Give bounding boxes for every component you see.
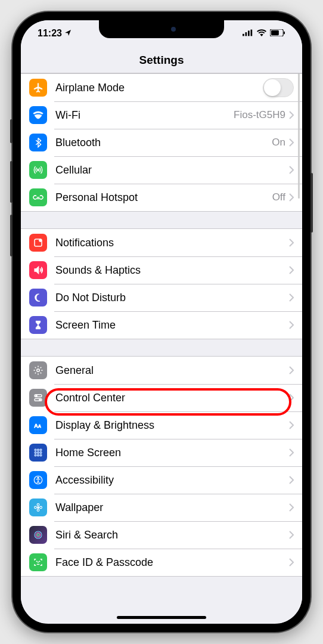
chevron-right-icon xyxy=(289,193,294,202)
row-display-brightness[interactable]: AA Display & Brightness xyxy=(21,411,302,439)
svg-point-26 xyxy=(38,477,39,479)
side-button xyxy=(10,119,13,143)
row-sounds-haptics[interactable]: Sounds & Haptics xyxy=(21,256,302,284)
chevron-right-icon xyxy=(289,503,294,512)
chevron-right-icon xyxy=(289,558,294,566)
svg-text:A: A xyxy=(34,423,38,429)
nav-header: Settings xyxy=(21,47,302,73)
svg-point-28 xyxy=(37,504,39,506)
row-airplane-mode[interactable]: Airplane Mode xyxy=(21,74,302,101)
chevron-right-icon xyxy=(289,321,294,329)
svg-point-34 xyxy=(37,534,39,536)
row-label: Accessibility xyxy=(55,474,289,487)
cellular-icon xyxy=(29,161,47,179)
bluetooth-icon xyxy=(29,134,47,151)
location-icon xyxy=(64,28,72,39)
svg-point-13 xyxy=(39,399,41,401)
row-wifi[interactable]: Wi-Fi Fios-tG5H9 xyxy=(21,101,302,129)
device-frame: 11:23 Settings xyxy=(13,12,310,632)
svg-rect-19 xyxy=(35,452,36,454)
battery-icon xyxy=(270,28,285,39)
sounds-icon xyxy=(29,261,47,279)
row-label: Notifications xyxy=(55,237,289,249)
row-accessibility[interactable]: Accessibility xyxy=(21,466,302,494)
row-home-screen[interactable]: Home Screen xyxy=(21,439,302,466)
svg-rect-24 xyxy=(40,454,42,456)
svg-point-30 xyxy=(35,506,37,509)
hotspot-icon xyxy=(29,188,47,206)
row-bluetooth[interactable]: Bluetooth On xyxy=(21,129,302,156)
settings-group-device: General Control Center AA Display & Brig… xyxy=(21,356,302,577)
chevron-right-icon xyxy=(289,531,294,539)
chevron-right-icon xyxy=(289,366,294,374)
home-indicator[interactable] xyxy=(117,616,206,619)
svg-rect-2 xyxy=(248,30,250,36)
clock: 11:23 xyxy=(38,28,62,39)
svg-rect-6 xyxy=(284,32,285,35)
settings-group-notifications: Notifications Sounds & Haptics Do Not Di… xyxy=(21,228,302,339)
row-general[interactable]: General xyxy=(21,357,302,384)
svg-point-29 xyxy=(37,509,39,512)
chevron-right-icon xyxy=(289,476,294,484)
row-notifications[interactable]: Notifications xyxy=(21,229,302,256)
svg-rect-5 xyxy=(271,30,279,35)
svg-point-11 xyxy=(36,395,38,397)
row-label: Face ID & Passcode xyxy=(55,556,289,569)
svg-rect-20 xyxy=(38,452,39,454)
row-siri-search[interactable]: Siri & Search xyxy=(21,521,302,549)
row-label: Cellular xyxy=(55,164,289,177)
svg-rect-1 xyxy=(246,32,247,36)
chevron-right-icon xyxy=(289,448,294,457)
wifi-icon xyxy=(257,28,266,39)
svg-rect-18 xyxy=(40,449,42,451)
row-control-center[interactable]: Control Center xyxy=(21,384,302,411)
svg-point-35 xyxy=(36,561,38,562)
svg-rect-3 xyxy=(251,30,253,36)
svg-rect-0 xyxy=(243,34,244,36)
row-label: Wi-Fi xyxy=(55,109,234,122)
row-label: Wallpaper xyxy=(55,501,289,514)
airplane-mode-toggle[interactable] xyxy=(263,78,294,97)
page-title: Settings xyxy=(21,54,302,67)
svg-point-8 xyxy=(39,239,42,242)
chevron-right-icon xyxy=(289,111,294,119)
wifi-icon xyxy=(29,106,47,124)
row-cellular[interactable]: Cellular xyxy=(21,156,302,184)
accessibility-icon xyxy=(29,471,47,489)
row-do-not-disturb[interactable]: Do Not Disturb xyxy=(21,284,302,311)
front-camera xyxy=(171,27,176,32)
row-label: Display & Brightness xyxy=(55,419,289,432)
svg-rect-17 xyxy=(38,449,39,451)
row-label: General xyxy=(55,364,289,377)
row-personal-hotspot[interactable]: Personal Hotspot Off xyxy=(21,184,302,211)
text-size-icon: AA xyxy=(29,416,47,434)
volume-down-button xyxy=(10,215,13,256)
svg-rect-23 xyxy=(38,454,39,456)
row-label: Bluetooth xyxy=(55,137,272,149)
svg-point-36 xyxy=(39,561,41,562)
row-wallpaper[interactable]: Wallpaper xyxy=(21,494,302,521)
flower-icon xyxy=(29,499,47,516)
chevron-right-icon xyxy=(289,293,294,302)
svg-point-33 xyxy=(36,532,41,537)
gear-icon xyxy=(29,361,47,379)
chevron-right-icon xyxy=(289,266,294,274)
svg-rect-21 xyxy=(40,452,42,454)
row-label: Home Screen xyxy=(55,447,289,459)
moon-icon xyxy=(29,289,47,306)
status-right xyxy=(243,28,285,39)
row-label: Control Center xyxy=(55,392,289,404)
airplane-icon xyxy=(29,79,47,97)
faceid-icon xyxy=(29,553,47,571)
row-label: Airplane Mode xyxy=(55,82,263,94)
row-screen-time[interactable]: Screen Time xyxy=(21,311,302,339)
settings-list[interactable]: Airplane Mode Wi-Fi Fios-tG5H9 Bluetooth xyxy=(21,73,302,623)
row-value: Off xyxy=(272,191,285,203)
volume-up-button xyxy=(10,161,13,203)
row-face-id-passcode[interactable]: Face ID & Passcode xyxy=(21,549,302,576)
notch xyxy=(99,20,224,38)
siri-icon xyxy=(29,526,47,544)
row-value: On xyxy=(272,137,285,148)
chevron-right-icon xyxy=(289,394,294,402)
svg-rect-22 xyxy=(35,454,36,456)
